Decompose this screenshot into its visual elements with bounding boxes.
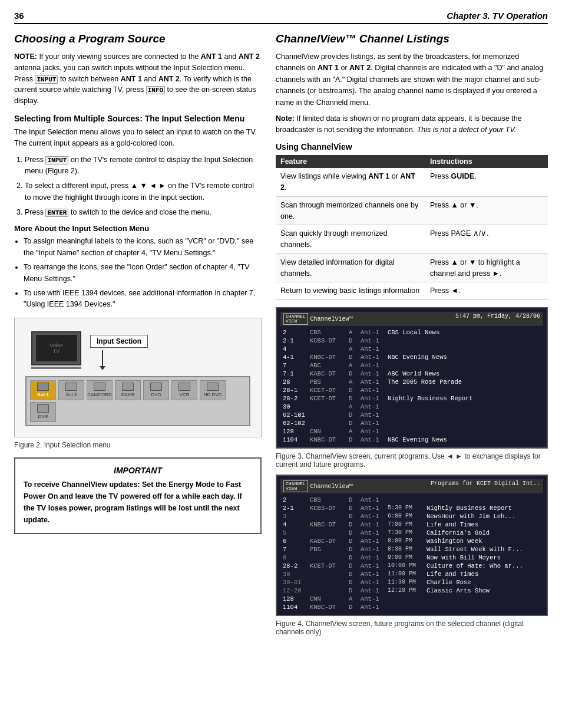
screen-row: 4KNBC-DTDAnt-17:00 PMLife and Times (280, 521, 543, 529)
channelview-table: Feature Instructions View listings while… (276, 155, 548, 300)
figure3-logo: CHANNELVIEW ChannelView™ (283, 313, 353, 325)
important-title: IMPORTANT (24, 466, 252, 475)
screen-row: 6KABC-DTDAnt-18:00 PMWashington Week (280, 537, 543, 545)
icon-vcr: VCR (171, 380, 197, 400)
table-row: Scan through memorized channels one by o… (276, 196, 548, 225)
channelview-intro: ChannelView provides listings, as sent b… (276, 51, 548, 108)
step-3: Press ENTER to switch to the device and … (25, 207, 262, 218)
bullet-list: To assign meaningful labels to the icons… (24, 236, 262, 310)
right-note: Note: If limited data is shown or no pro… (276, 113, 548, 136)
icon-ant1: Ant 1 (30, 380, 56, 400)
bullet-3: To use with IEEE 1394 devices, see addit… (24, 288, 262, 311)
table-col2-header: Instructions (425, 155, 548, 168)
table-feature: View detailed information for digital ch… (276, 253, 425, 282)
input-section-label: Input Section (90, 335, 148, 348)
left-column: Choosing a Program Source NOTE: If your … (14, 32, 262, 642)
figure2-caption: Figure 2. Input Selection menu (14, 441, 262, 449)
right-column: ChannelView™ Channel Listings ChannelVie… (276, 32, 548, 642)
table-instruction: Press ◄. (425, 282, 548, 300)
table-col1-header: Feature (276, 155, 425, 168)
figure2-box: VideoTV Input Section (14, 318, 262, 437)
figure3-time: 5:47 pm, Friday, 4/28/06 (455, 313, 540, 325)
table-feature: View listings while viewing ANT 1 or ANT… (276, 168, 425, 196)
chapter-title: Chapter 3. TV Operation (447, 11, 548, 21)
screen-row: 28PBSAAnt-1The 2005 Rose Parade (280, 378, 543, 386)
note-text: If your only viewing sources are connect… (14, 52, 260, 105)
icon-dvd: DVD (143, 380, 169, 400)
figure3-header: CHANNELVIEW ChannelView™ 5:47 pm, Friday… (280, 312, 543, 326)
table-feature: Scan quickly through memorized channels. (276, 225, 425, 254)
step-1: Press INPUT on the TV's remote control t… (25, 154, 262, 177)
figure3-screen: CHANNELVIEW ChannelView™ 5:47 pm, Friday… (276, 307, 548, 449)
screen-row: 3DAnt-16:00 PMNewsHour with Jim Leh... (280, 512, 543, 521)
icon-game: GAME (115, 380, 141, 400)
figure4-programs-label: Programs for KCET Digital Int.. (431, 480, 540, 492)
subsection1-body: The Input Selection menu allows you to s… (14, 127, 262, 150)
bullet-1: To assign meaningful labels to the icons… (24, 236, 262, 259)
figure4-content: 2CBSDAnt-12-1KCBS-DTDAnt-15:30 PMNightly… (280, 496, 543, 611)
screen-row: 2CBSDAnt-1 (280, 496, 543, 504)
screen-row: 28-1KCET-DTDAnt-1 (280, 386, 543, 394)
screen-row: 12-20DAnt-112:20 PMClassic Arts Show (280, 587, 543, 595)
screen-row: 1104KNBC-DTDAnt-1NBC Evening News (280, 436, 543, 444)
right-section-title: ChannelView™ Channel Listings (276, 32, 548, 45)
icon-hddvd: HD DVD (200, 380, 226, 400)
page-header: 36 Chapter 3. TV Operation (14, 11, 548, 24)
screen-row: 128CNNAAnt-1 (280, 595, 543, 603)
note-block: NOTE: If your only viewing sources are c… (14, 51, 262, 107)
step-2: To select a different input, press ▲ ▼ ◄… (25, 180, 262, 203)
screen-row: 62-102DAnt-1 (280, 419, 543, 427)
screen-row: 1104KNBC-DTDAnt-1 (280, 603, 543, 611)
table-row: Return to viewing basic listings informa… (276, 282, 548, 300)
figure4-logo: CHANNELVIEW ChannelView™ (283, 480, 353, 492)
icon-dvr: DVR (30, 402, 56, 422)
note-label: NOTE: (14, 52, 37, 61)
screen-row: 4AAnt-1 (280, 345, 543, 353)
screen-row: 7ABCAAnt-1 (280, 361, 543, 370)
screen-row: 7-1KABC-DTDAnt-1ABC World News (280, 370, 543, 378)
figure3-caption: Figure 3. ChannelView screen, current pr… (276, 452, 548, 469)
screen-row: 4-1KNBC-DTDAnt-1NBC Evening News (280, 353, 543, 361)
screen-row: 2CBSAAnt-1CBS Local News (280, 328, 543, 337)
table-row: View listings while viewing ANT 1 or ANT… (276, 168, 548, 196)
table-feature: Scan through memorized channels one by o… (276, 196, 425, 225)
screen-row: 2-1KCBS-DTDAnt-1 (280, 337, 543, 345)
figure4-screen: CHANNELVIEW ChannelView™ Programs for KC… (276, 475, 548, 616)
screen-row: 30-01DAnt-111:30 PMCharlie Rose (280, 578, 543, 587)
screen-row: 7PBSDAnt-18:30 PMWall Street Week with F… (280, 545, 543, 554)
table-instruction: Press ▲ or ▼ to highlight a channel and … (425, 253, 548, 282)
subsection1-heading: Selecting from Multiple Sources: The Inp… (14, 114, 262, 123)
icon-ant2: Ant 2 (58, 380, 84, 400)
icon-camcord: CAMCORD (87, 380, 113, 400)
using-channelview-heading: Using ChannelView (276, 142, 548, 151)
right-note-text: If limited data is shown or no program d… (276, 114, 522, 134)
table-feature: Return to viewing basic listings informa… (276, 282, 425, 300)
table-instruction: Press PAGE ∧/∨. (425, 225, 548, 254)
screen-row: 5DAnt-17:30 PMCalifornia's Gold (280, 529, 543, 537)
screen-row: 8DAnt-19:00 PMNow with Bill Moyers (280, 554, 543, 562)
input-diagram: VideoTV Input Section (21, 324, 255, 431)
screen-row: 30DAnt-111:00 PMLife and Times (280, 570, 543, 578)
subsection2-heading: More About the Input Selection Menu (14, 224, 262, 233)
page-number: 36 (14, 11, 24, 21)
screen-row: 28-2KCET-DTDAnt-110:00 PMCulture of Hate… (280, 562, 543, 570)
right-note-label: Note: (276, 114, 295, 123)
figure3-content: 2CBSAAnt-1CBS Local News2-1KCBS-DTDAnt-1… (280, 328, 543, 444)
table-instruction: Press ▲ or ▼. (425, 196, 548, 225)
bullet-2: To rearrange the icons, see the "Icon Or… (24, 262, 262, 285)
screen-row: 30AAnt-1 (280, 403, 543, 411)
screen-row: 62-101DAnt-1 (280, 411, 543, 419)
steps-list: Press INPUT on the TV's remote control t… (25, 154, 262, 219)
screen-row: 2-1KCBS-DTDAnt-15:30 PMNightly Business … (280, 504, 543, 512)
table-instruction: Press GUIDE. (425, 168, 548, 196)
figure4-header: CHANNELVIEW ChannelView™ Programs for KC… (280, 479, 543, 493)
table-row: View detailed information for digital ch… (276, 253, 548, 282)
important-box: IMPORTANT To receive ChannelView updates… (14, 457, 262, 534)
figure4-caption: Figure 4. ChannelView screen, future pro… (276, 620, 548, 636)
screen-row: 28-2KCET-DTDAnt-1Nightly Business Report (280, 394, 543, 403)
table-row: Scan quickly through memorized channels.… (276, 225, 548, 254)
important-text: To receive ChannelView updates: Set the … (24, 479, 252, 526)
screen-row: 128CNNAAnt-1 (280, 427, 543, 436)
left-section-title: Choosing a Program Source (14, 32, 262, 45)
